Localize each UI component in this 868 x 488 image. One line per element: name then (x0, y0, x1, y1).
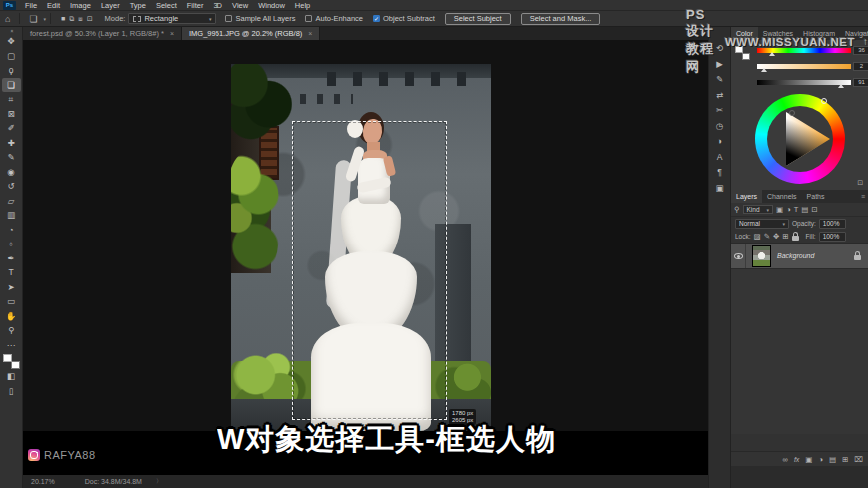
history-brush-tool[interactable]: ↺ (2, 179, 21, 194)
menu-type[interactable]: Type (125, 0, 151, 11)
lasso-tool[interactable]: ϙ (2, 63, 21, 78)
foreground-background-colors[interactable] (3, 354, 20, 369)
menu-help[interactable]: Help (290, 0, 315, 11)
status-chevron-icon[interactable]: 〉 (156, 477, 162, 486)
wheel-mode-icon[interactable]: ⊡ (857, 179, 863, 187)
slider-thumb[interactable] (838, 84, 844, 88)
visibility-toggle[interactable] (731, 244, 746, 268)
close-icon[interactable]: × (170, 30, 174, 37)
foreground-color-swatch[interactable] (3, 354, 12, 362)
collapse-toolbar-icon[interactable]: » (8, 29, 14, 32)
menu-layer[interactable]: Layer (96, 0, 125, 11)
mode-dropdown[interactable]: Rectangle ▾ (128, 13, 216, 24)
blur-tool[interactable]: ◔ (2, 223, 21, 238)
object-selection-tool[interactable]: ❏ (2, 78, 21, 93)
add-selection-icon[interactable]: ⧉ (69, 15, 74, 23)
home-icon[interactable]: ⌂ (5, 14, 10, 24)
lock-transparent-icon[interactable]: ▨ (754, 232, 761, 241)
tab-channels[interactable]: Channels (762, 190, 802, 203)
path-selection-tool[interactable]: ➤ (2, 280, 21, 295)
hue-marker[interactable] (821, 98, 827, 104)
menu-3d[interactable]: 3D (208, 0, 227, 11)
lock-artboard-icon[interactable]: ⊞ (782, 232, 788, 241)
intersect-selection-icon[interactable]: ⊡ (87, 15, 93, 23)
libraries-icon[interactable]: ▣ (715, 183, 723, 193)
rectangular-marquee-tool[interactable]: ▢ (2, 49, 21, 64)
new-layer-icon[interactable]: ⊞ (842, 455, 848, 464)
new-group-icon[interactable]: ▤ (829, 455, 836, 464)
adjustments-icon[interactable]: ◑ (717, 136, 722, 146)
layer-effects-icon[interactable]: fx (794, 456, 799, 463)
opacity-dropdown[interactable]: 100% (819, 219, 846, 229)
lock-all-icon[interactable] (792, 236, 799, 241)
filter-shape-icon[interactable]: ▤ (801, 205, 808, 214)
layer-row-background[interactable]: Background (731, 243, 868, 269)
tab-paths[interactable]: Paths (802, 190, 830, 203)
color-marker[interactable] (789, 110, 795, 116)
timeline-icon[interactable]: ◷ (716, 121, 723, 131)
panel-menu-icon[interactable]: ≡ (861, 190, 865, 203)
menu-window[interactable]: Window (253, 0, 290, 11)
layer-thumbnail[interactable] (752, 245, 771, 267)
scissors-icon[interactable]: ✂ (716, 105, 723, 115)
background-color-swatch[interactable] (11, 361, 20, 369)
screen-mode-icon[interactable]: ▯ (2, 384, 21, 399)
tab-img-9951[interactable]: IMG_9951.JPG @ 20.2% (RGB/8) × (182, 27, 320, 40)
character-icon[interactable]: A (717, 152, 723, 162)
filter-kind-dropdown[interactable]: Kind ▾ (743, 205, 774, 214)
subtract-selection-icon[interactable]: ⧈ (78, 15, 82, 23)
add-mask-icon[interactable]: ▣ (805, 455, 812, 464)
search-icon[interactable]: ⚲ (734, 205, 740, 214)
close-icon[interactable]: × (308, 30, 312, 37)
transform-icon[interactable]: ⇄ (716, 90, 723, 100)
filter-type-icon[interactable]: T (794, 205, 799, 214)
menu-file[interactable]: File (20, 0, 42, 11)
brightness-slider[interactable] (757, 80, 851, 85)
menu-filter[interactable]: Filter (182, 0, 209, 11)
edit-toolbar-icon[interactable]: ⋯ (2, 338, 21, 353)
filter-pixel-icon[interactable]: ▣ (776, 205, 783, 214)
move-tool[interactable]: ✥ (2, 34, 21, 49)
link-layers-icon[interactable]: ∞ (783, 455, 788, 464)
eyedropper-tool[interactable]: ✐ (2, 121, 21, 136)
zoom-level[interactable]: 20.17% (31, 478, 55, 485)
spot-healing-tool[interactable]: ✚ (2, 136, 21, 151)
frame-tool[interactable]: ⊠ (2, 107, 21, 122)
filter-smart-object-icon[interactable]: ⊡ (811, 205, 817, 214)
menu-image[interactable]: Image (65, 0, 96, 11)
zoom-tool[interactable]: ⚲ (2, 323, 21, 338)
gradient-tool[interactable]: ▥ (2, 208, 21, 223)
lock-paint-icon[interactable]: ✎ (764, 232, 770, 241)
selection-marquee[interactable] (292, 121, 447, 420)
pen-tool[interactable]: ✒ (2, 251, 21, 266)
type-tool[interactable]: T (2, 265, 21, 280)
filter-adjustment-icon[interactable]: ◑ (786, 205, 791, 214)
menu-edit[interactable]: Edit (42, 0, 65, 11)
select-subject-button[interactable]: Select Subject (445, 13, 511, 25)
new-selection-icon[interactable]: ■ (61, 15, 65, 23)
brush-tool[interactable]: ✎ (2, 150, 21, 165)
tab-layers[interactable]: Layers (731, 190, 762, 203)
object-selection-tool-icon[interactable]: ❏ (29, 14, 37, 24)
canvas-area[interactable]: 1780 px 2605 px W对象选择工具-框选人物 (23, 40, 708, 475)
crop-tool[interactable]: ⌗ (2, 92, 21, 107)
layer-name[interactable]: Background (777, 252, 854, 259)
menu-select[interactable]: Select (151, 0, 182, 11)
menu-view[interactable]: View (227, 0, 253, 11)
tab-forest-psd[interactable]: forest.psd @ 50.3% (Layer 1, RGB/8#) * × (23, 27, 182, 40)
auto-enhance-checkbox[interactable] (305, 15, 312, 22)
paragraph-icon[interactable]: ¶ (717, 167, 722, 177)
shape-tool[interactable]: ▭ (2, 294, 21, 309)
canvas-image[interactable]: 1780 px 2605 px (231, 64, 491, 431)
object-subtract-checkbox[interactable]: ✓ (373, 15, 380, 22)
chevron-down-icon[interactable]: ▾ (44, 16, 47, 22)
delete-layer-icon[interactable]: ⌧ (854, 455, 863, 464)
clone-stamp-tool[interactable]: ◉ (2, 165, 21, 180)
quick-mask-icon[interactable]: ◧ (2, 369, 21, 384)
fill-dropdown[interactable]: 100% (819, 232, 846, 242)
brightness-value[interactable]: 91 (853, 78, 868, 87)
lock-position-icon[interactable]: ✥ (773, 232, 779, 241)
hand-tool[interactable]: ✋ (2, 309, 21, 324)
eraser-tool[interactable]: ▱ (2, 194, 21, 209)
sample-all-layers-checkbox[interactable] (225, 15, 232, 22)
